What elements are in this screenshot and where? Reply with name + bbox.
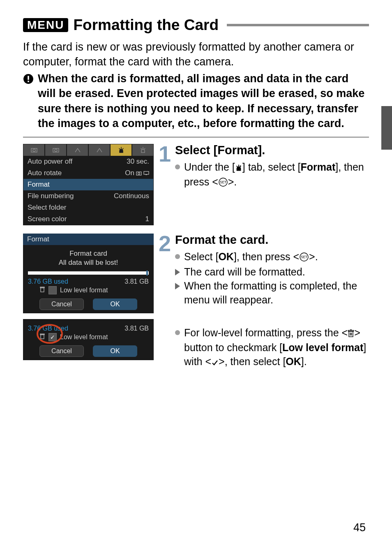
used-space: 3.76 GB used — [28, 278, 68, 285]
text-fragment: ]. — [301, 356, 307, 367]
text-fragment: ] tab, select [ — [242, 161, 301, 173]
menu-tab-2 — [45, 144, 67, 156]
intro-paragraph: If the card is new or was previously for… — [23, 39, 369, 69]
low-level-format-label: Low level format — [282, 342, 363, 353]
step-2: Format Format card All data will be lost… — [23, 234, 369, 370]
progress-bar — [28, 271, 149, 275]
menu-tab-3 — [67, 144, 89, 156]
caution-icon — [23, 74, 34, 84]
step-2-heading: Format the card. — [175, 234, 369, 247]
format-dialog-screenshot-1: Format Format card All data will be lost… — [23, 234, 154, 313]
menu-tab-setup-active — [111, 144, 132, 156]
menu-row-label: Auto rotate — [28, 169, 62, 177]
step-2-arrow-2: When the formatting is completed, the me… — [175, 279, 369, 307]
menu-row: Auto power off 30 sec. — [23, 156, 153, 167]
page-title: Formatting the Card — [73, 16, 219, 34]
menu-tabstrip — [23, 144, 153, 156]
cancel-button: Cancel — [39, 345, 84, 357]
menu-row-label: Select folder — [28, 204, 67, 212]
set-button-icon: SET — [218, 177, 228, 191]
step-1-heading: Select [Format]. — [175, 144, 369, 157]
svg-point-8 — [138, 172, 140, 174]
format-label: Format — [300, 161, 335, 173]
set-button-icon: SET — [299, 252, 309, 266]
menu-tab-4 — [89, 144, 111, 156]
svg-rect-15 — [40, 287, 44, 288]
text-fragment: Under the [ — [184, 161, 235, 173]
dialog-line-1: Format card — [23, 249, 154, 258]
svg-point-6 — [55, 149, 57, 151]
page-number: 45 — [353, 521, 366, 534]
ok-label: OK — [218, 251, 234, 262]
low-level-format-label: Low level format — [60, 287, 108, 294]
svg-rect-22 — [348, 330, 354, 331]
menu-row: File numbering Continuous — [23, 190, 153, 202]
menu-row: Select folder — [23, 202, 153, 213]
total-space: 3.81 GB — [125, 278, 149, 285]
svg-rect-9 — [144, 171, 149, 174]
callout-circle-icon — [35, 322, 64, 345]
step-1: Auto power off 30 sec. Auto rotate On Fo… — [23, 144, 369, 225]
text-fragment: >, then select [ — [219, 356, 286, 367]
bullet-dot-icon — [175, 330, 180, 335]
text-fragment: ], then press < — [234, 251, 299, 262]
step-number-1: 1 — [159, 144, 171, 164]
text-fragment: >. — [228, 176, 237, 187]
trash-icon — [348, 327, 354, 341]
menu-row: Screen color 1 — [23, 213, 153, 225]
total-space: 3.81 GB — [125, 325, 149, 332]
section-divider — [23, 137, 369, 137]
text-fragment: The card will be formatted. — [184, 265, 305, 279]
step-2-bullet-2: For low-level formatting, press the <> b… — [175, 326, 369, 370]
page-title-row: MENU Formatting the Card — [23, 16, 369, 34]
menu-row-label: File numbering — [28, 192, 74, 200]
cancel-button: Cancel — [39, 298, 84, 310]
svg-point-11 — [240, 165, 240, 166]
text-fragment: Select [ — [184, 251, 218, 262]
menu-row-label: Format — [28, 180, 50, 189]
step-1-bullet: Under the [] tab, select [Format], then … — [175, 160, 369, 191]
step-number-2: 2 — [159, 234, 171, 254]
menu-row-value: On — [125, 169, 149, 177]
arrow-right-icon — [175, 283, 180, 289]
ok-button: OK — [93, 298, 137, 310]
menu-badge: MENU — [23, 18, 68, 32]
menu-tab-6 — [132, 144, 153, 156]
svg-rect-10 — [145, 174, 147, 175]
menu-row-value: 1 — [145, 215, 149, 223]
trash-icon — [39, 286, 45, 294]
menu-row-label: Auto power off — [28, 157, 72, 166]
svg-point-4 — [33, 149, 35, 151]
step-2-bullet-1: Select [OK], then press <SET>. — [175, 250, 369, 266]
svg-rect-14 — [41, 288, 44, 292]
text-fragment: For low-level formatting, press the < — [184, 327, 348, 338]
svg-rect-1 — [28, 76, 29, 80]
svg-point-18 — [37, 325, 62, 343]
camera-icon — [136, 171, 142, 176]
text-fragment: When the formatting is completed, the me… — [184, 279, 369, 307]
menu-row-value: Continuous — [114, 192, 149, 200]
menu-row-value: 30 sec. — [127, 157, 149, 166]
dialog-header: Format — [23, 234, 154, 245]
text-fragment: >. — [309, 251, 318, 262]
ok-button: OK — [93, 345, 137, 357]
svg-text:SET: SET — [219, 180, 226, 184]
side-tab — [381, 106, 392, 150]
warning-text: When the card is formatted, all images a… — [38, 71, 369, 131]
low-level-format-label: Low level format — [60, 333, 108, 341]
arrow-right-icon — [175, 269, 180, 275]
bullet-dot-icon — [175, 164, 180, 169]
dialog-line-2: All data will be lost! — [23, 258, 154, 267]
title-rule — [227, 24, 369, 26]
step-2-arrow-1: The card will be formatted. — [175, 265, 369, 279]
menu-row-label: Screen color — [28, 215, 67, 223]
menu-rows: Auto power off 30 sec. Auto rotate On Fo… — [23, 156, 153, 225]
checkmark-icon — [211, 356, 219, 370]
menu-row-highlight: Format — [23, 179, 153, 190]
wrench-icon — [235, 162, 242, 176]
low-level-format-checkbox — [48, 286, 57, 294]
menu-row: Auto rotate On — [23, 167, 153, 179]
svg-text:SET: SET — [301, 255, 308, 259]
monitor-icon — [143, 171, 149, 175]
menu-tab-1 — [23, 144, 45, 156]
